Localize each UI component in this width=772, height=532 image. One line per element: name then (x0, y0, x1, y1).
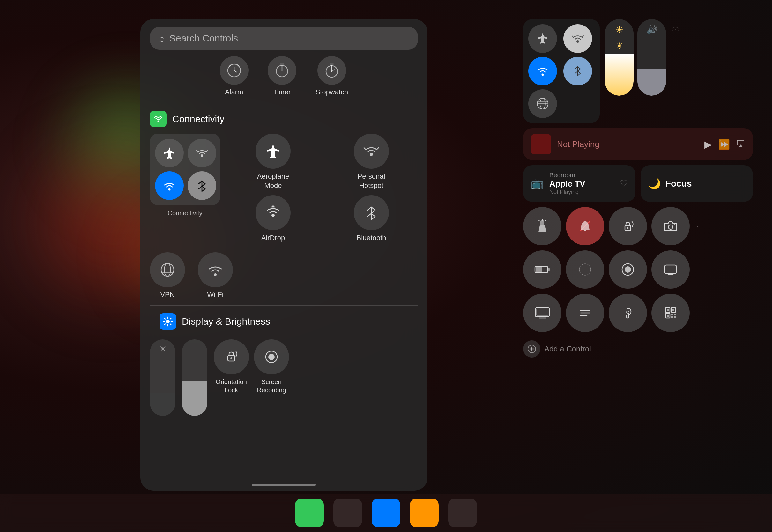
wifi-standalone-btn[interactable] (198, 252, 233, 287)
svg-rect-83 (672, 309, 674, 311)
svg-point-16 (168, 188, 171, 191)
svg-point-61 (627, 227, 629, 229)
bluetooth-box-btn[interactable] (188, 171, 216, 200)
clock-item-stopwatch[interactable]: Stopwatch (315, 56, 348, 96)
rc-now-playing[interactable]: Not Playing ▶ ⏩ (523, 128, 753, 160)
svg-line-4 (237, 65, 239, 66)
rc-tv-frame-btn[interactable] (523, 294, 561, 332)
rc-add-control[interactable]: Add a Control (523, 337, 753, 361)
screen-recording-label: ScreenRecording (257, 378, 286, 394)
rc-wifi-btn[interactable] (528, 57, 557, 85)
panel-content: Alarm Timer (140, 56, 427, 491)
search-bar[interactable]: ⌕ Search Controls (150, 27, 418, 50)
svg-line-38 (170, 318, 171, 319)
rc-hearing-btn[interactable] (609, 294, 647, 332)
rc-camera-btn[interactable] (651, 207, 690, 245)
svg-rect-81 (667, 309, 669, 311)
rc-battery-btn[interactable] (523, 250, 561, 289)
rc-mid-row: 📺 Bedroom Apple TV Not Playing ♡ 🌙 Focus (523, 165, 753, 202)
bluetooth-label: Bluetooth (357, 233, 386, 243)
hotspot-btn[interactable] (188, 139, 216, 167)
svg-point-63 (674, 224, 675, 225)
dock (0, 494, 772, 532)
appearance-slider[interactable] (182, 339, 207, 416)
rc-bluetooth-btn[interactable] (563, 57, 592, 85)
volume-icon: 🔊 (646, 24, 657, 35)
dock-icon-mail[interactable] (372, 499, 400, 527)
dock-icon-music[interactable] (448, 499, 477, 527)
rc-appletv[interactable]: 📺 Bedroom Apple TV Not Playing ♡ (523, 165, 635, 202)
svg-point-79 (626, 316, 627, 318)
rc-torch-btn[interactable] (523, 207, 561, 245)
vpn-btn[interactable] (150, 252, 185, 287)
dot-indicator: · (671, 43, 680, 50)
rc-volume-slider[interactable]: 🔊 (637, 19, 666, 96)
svg-line-59 (545, 220, 546, 221)
stopwatch-label: Stopwatch (315, 88, 348, 96)
screen-recording-btn[interactable] (254, 339, 289, 374)
rc-stage-btn[interactable] (566, 294, 604, 332)
airdrop-big-btn[interactable] (256, 195, 291, 230)
alarm-circle (220, 56, 249, 85)
wifi-btn[interactable] (155, 171, 184, 200)
svg-point-31 (166, 320, 170, 323)
rc-volume-fill (637, 69, 666, 96)
personal-hotspot-big-btn[interactable] (354, 134, 389, 169)
rc-hotspot-btn[interactable] (563, 24, 592, 53)
rc-screen-rec-btn[interactable] (609, 250, 647, 289)
personal-hotspot-label: PersonalHotspot (358, 172, 385, 190)
display-section-title: Display & Brightness (182, 316, 270, 327)
aeroplane-mode-item: AeroplaneMode (226, 134, 320, 190)
dock-icon-phone[interactable] (333, 499, 362, 527)
svg-line-58 (539, 220, 540, 221)
bluetooth-big-btn[interactable] (354, 195, 389, 230)
airplane-mode-btn[interactable] (155, 139, 184, 167)
rc-lock-rotation-btn[interactable] (609, 207, 647, 245)
svg-point-19 (370, 153, 373, 156)
rc-connectivity-block (523, 19, 600, 123)
rc-sliders: ☀ 🔊 (605, 19, 666, 96)
orientation-lock-btn[interactable] (214, 339, 249, 374)
rc-np-artwork (531, 134, 551, 154)
svg-line-48 (575, 67, 578, 69)
dock-icon-safari[interactable] (410, 499, 439, 527)
rc-airplay-btn[interactable] (736, 139, 745, 150)
svg-point-12 (158, 121, 159, 122)
svg-rect-65 (548, 268, 550, 271)
clock-item-alarm[interactable]: Alarm (220, 56, 249, 96)
svg-line-3 (229, 65, 231, 66)
rc-globe-btn[interactable] (528, 89, 557, 118)
dock-icon-messages[interactable] (295, 499, 324, 527)
svg-line-37 (170, 324, 171, 325)
rc-forward-btn[interactable]: ⏩ (718, 139, 730, 150)
aeroplane-mode-big-btn[interactable] (256, 134, 291, 169)
search-bar-container: ⌕ Search Controls (140, 19, 427, 56)
brightness-slider[interactable]: ☀ (150, 339, 175, 416)
rc-top-row: ☀ 🔊 ♡ · (523, 19, 753, 123)
rc-icon-row-1: · (523, 207, 753, 245)
rc-focus[interactable]: 🌙 Focus (641, 165, 753, 202)
svg-line-49 (575, 71, 578, 73)
display-section-icon (160, 313, 176, 330)
connectivity-right-grid: AeroplaneMode PersonalHotspot (226, 134, 418, 243)
display-right-icons: OrientationLock ScreenRecording (214, 339, 289, 394)
rc-play-btn[interactable]: ▶ (704, 139, 712, 150)
svg-rect-85 (667, 315, 669, 317)
rc-qr-btn[interactable] (651, 294, 690, 332)
clock-item-timer[interactable]: Timer (268, 56, 296, 96)
rc-bell-off-btn[interactable] (566, 207, 604, 245)
rc-mirror-btn[interactable] (651, 250, 690, 289)
svg-point-22 (271, 214, 275, 217)
svg-line-20 (364, 148, 366, 149)
orientation-lock-item: OrientationLock (214, 339, 249, 394)
rc-dark-mode-btn[interactable] (566, 250, 604, 289)
rc-tv-name: Apple TV (549, 179, 614, 189)
rc-brightness-slider[interactable]: ☀ (605, 19, 634, 96)
rc-top-extras: ♡ · (671, 19, 680, 50)
svg-line-39 (165, 324, 166, 325)
svg-point-13 (201, 154, 203, 157)
search-icon: ⌕ (159, 33, 165, 44)
rc-airplane-btn[interactable] (528, 24, 557, 53)
svg-point-67 (579, 264, 591, 275)
left-panel: ⌕ Search Controls Alarm (140, 19, 427, 491)
